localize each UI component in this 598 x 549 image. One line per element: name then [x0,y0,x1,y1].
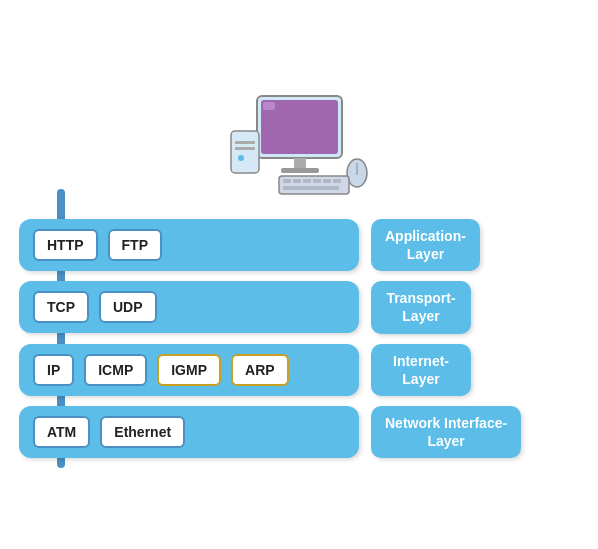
application-layer-box: HTTP FTP [19,219,359,271]
ethernet-protocol: Ethernet [100,416,185,448]
svg-rect-17 [333,179,341,183]
svg-rect-7 [235,147,255,150]
igmp-protocol: IGMP [157,354,221,386]
computer-illustration [19,91,579,211]
application-layer-label: Application-Layer [371,219,480,271]
svg-rect-14 [303,179,311,183]
internet-layer-label: Internet-Layer [371,344,471,396]
svg-rect-15 [313,179,321,183]
svg-rect-12 [283,179,291,183]
ip-protocol: IP [33,354,74,386]
ftp-protocol: FTP [108,229,162,261]
atm-protocol: ATM [33,416,90,448]
tcp-protocol: TCP [33,291,89,323]
network-interface-layer-row: ATM Ethernet Network Interface-Layer [19,406,579,458]
http-protocol: HTTP [33,229,98,261]
svg-rect-6 [235,141,255,144]
icmp-protocol: ICMP [84,354,147,386]
svg-rect-4 [281,168,319,173]
arp-protocol: ARP [231,354,289,386]
layers-wrapper: HTTP FTP Application-Layer TCP UDP Trans… [19,219,579,459]
svg-point-8 [238,155,244,161]
transport-layer-box: TCP UDP [19,281,359,333]
svg-rect-13 [293,179,301,183]
svg-rect-16 [323,179,331,183]
svg-rect-2 [263,102,275,110]
internet-layer-row: IP ICMP IGMP ARP Internet-Layer [19,344,579,396]
svg-rect-11 [279,176,349,194]
diagram-container: HTTP FTP Application-Layer TCP UDP Trans… [19,91,579,459]
application-layer-row: HTTP FTP Application-Layer [19,219,579,271]
network-interface-layer-label: Network Interface-Layer [371,406,521,458]
transport-layer-label: Transport-Layer [371,281,471,333]
transport-layer-row: TCP UDP Transport-Layer [19,281,579,333]
internet-layer-box: IP ICMP IGMP ARP [19,344,359,396]
network-interface-layer-box: ATM Ethernet [19,406,359,458]
svg-rect-18 [283,186,339,190]
svg-rect-3 [294,158,306,168]
udp-protocol: UDP [99,291,157,323]
svg-rect-5 [231,131,259,173]
